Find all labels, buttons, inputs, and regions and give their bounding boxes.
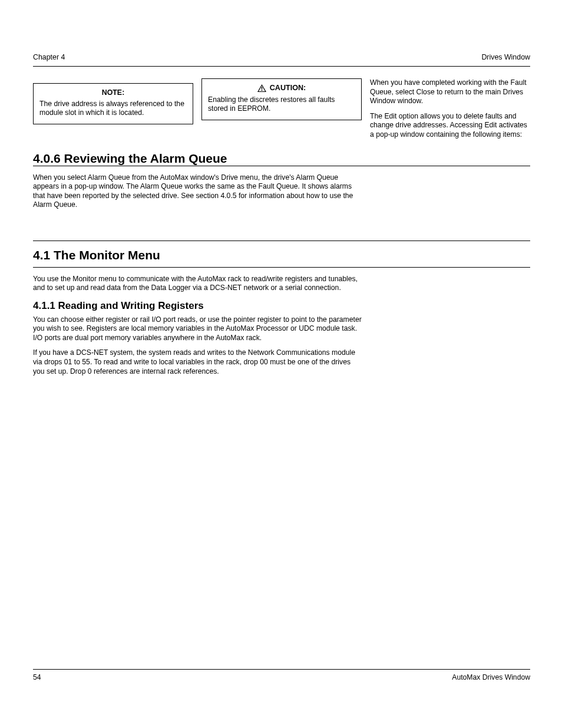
section-4-1-desc: You use the Monitor menu to communicate … xyxy=(33,275,362,293)
warning-icon xyxy=(257,84,266,92)
footer-rule xyxy=(33,669,530,670)
section-4-1-title: 4.1 The Monitor Menu xyxy=(33,248,530,262)
section-4-0-6-title: 4.0.6 Reviewing the Alarm Queue xyxy=(33,151,530,166)
note-label: NOTE: xyxy=(39,88,187,98)
section-4-0-6-desc: When you select Alarm Queue from the Aut… xyxy=(33,173,362,210)
section-4-1-1-para-1: You can choose either register or rail I… xyxy=(33,315,362,343)
header-section: Drives Window xyxy=(481,53,530,61)
header-chapter: Chapter 4 xyxy=(33,53,65,61)
col3-para-1: When you have completed working with the… xyxy=(370,78,530,106)
caution-text: Enabling the discretes restores all faul… xyxy=(208,95,355,114)
note-box: NOTE: The drive address is always refere… xyxy=(33,83,193,124)
note-text: The drive address is always referenced t… xyxy=(39,100,187,118)
section-4-1-rule-top xyxy=(33,241,530,241)
footer-title: AutoMax Drives Window xyxy=(452,673,530,681)
section-4-0-6-rule xyxy=(33,166,530,166)
svg-rect-0 xyxy=(261,87,262,90)
svg-point-1 xyxy=(261,90,262,91)
caution-label: CAUTION: xyxy=(270,84,306,93)
section-4-1-rule-bottom xyxy=(33,267,530,268)
page-number: 54 xyxy=(33,673,41,681)
header-rule xyxy=(33,66,530,67)
section-4-1-1-para-2: If you have a DCS-NET system, the system… xyxy=(33,348,362,376)
caution-box: CAUTION: Enabling the discretes restores… xyxy=(201,78,362,120)
section-4-1-1-title: 4.1.1 Reading and Writing Registers xyxy=(33,300,530,312)
col3-para-2: The Edit option allows you to delete fau… xyxy=(370,112,530,140)
